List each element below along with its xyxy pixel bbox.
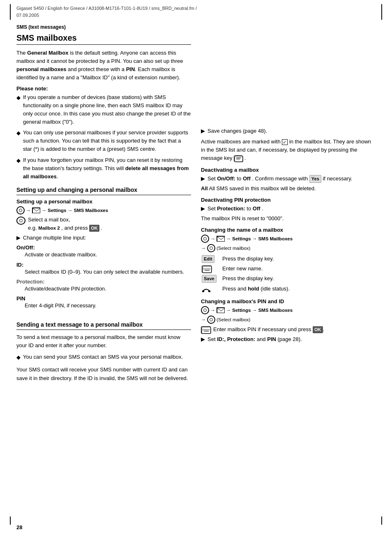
main-title: SMS mailboxes — [16, 33, 191, 43]
keyboard-icon — [202, 265, 212, 273]
setup-step2-row: ▶ Change multiple line input: — [16, 234, 191, 242]
step2-arrow: ▶ — [16, 234, 21, 242]
main-title-rule — [16, 44, 191, 45]
change-pin-settings: Settings — [232, 308, 251, 313]
message-key-icon — [234, 155, 243, 162]
nav-arrow-3: → — [67, 207, 72, 213]
cmd-val-keyboard: Enter new name. — [222, 264, 375, 273]
cmd-val-edit: Press the display key. — [222, 254, 375, 263]
header-left-bar — [10, 4, 11, 20]
svg-rect-14 — [208, 290, 210, 292]
ok-btn-pin: OK — [313, 326, 323, 333]
label-protection: Protection: — [16, 279, 191, 285]
header-text: Gigaset S450 / English for Greece / A310… — [16, 5, 197, 18]
intro-p1-post2: and protect these with a — [66, 66, 126, 72]
label-id: ID: — [16, 262, 191, 268]
intro-personal-mailboxes: personal mailboxes — [16, 66, 66, 72]
please-note-title: Please note: — [16, 85, 191, 92]
header-line1: Gigaset S450 / English for Greece / A310… — [16, 6, 197, 11]
save-changes-row: ▶ Save changes (page 48). — [201, 127, 376, 135]
label-id-block: ID: Select mailbox ID (0–9). You can onl… — [16, 262, 191, 276]
change-pin-step1-row: Enter mailbox PIN if necessary und press… — [201, 325, 376, 334]
yes-btn: Yes — [309, 175, 321, 183]
bullet-diamond-2: ◆ — [16, 129, 21, 137]
please-note-list: ◆ If you operate a number of devices (ba… — [16, 93, 191, 181]
change-pin-select-text: (Select mailbox) — [217, 317, 250, 322]
main-content: SMS (text messages) SMS mailboxes The Ge… — [0, 20, 392, 386]
footer-right-bar — [381, 516, 382, 525]
label-pin: PIN — [16, 295, 191, 302]
deact-pin-note: The mailbox PIN is reset to "0000". — [201, 214, 376, 223]
change-pin-nav-row2: → (Select mailbox) — [201, 316, 376, 324]
checkmark-icon — [282, 139, 288, 145]
change-pin-sms-mailboxes: SMS Mailboxes — [258, 308, 293, 313]
right-top-spacer — [201, 20, 376, 127]
please-note-bullet-2: ◆ You can only use personal mailboxes if… — [16, 129, 191, 153]
section-label: SMS (text messages) — [16, 24, 191, 30]
nav-arrow-2: → — [42, 207, 46, 213]
change-pin-select-icon — [207, 316, 215, 324]
save-changes-arrow: ▶ — [201, 127, 205, 135]
change-name-sms-mailboxes: SMS Mailboxes — [258, 236, 293, 241]
phone-end-icon — [202, 285, 211, 293]
active-mailboxes-text: Active mailboxes are marked with in the … — [201, 138, 376, 162]
label-pin-desc: Enter 4-digit PIN, if necessary. — [25, 302, 191, 310]
ok-btn-inline: OK — [89, 225, 99, 232]
envelope-svg — [32, 208, 40, 213]
change-pin-nav-row: → → Settings → SMS Mailboxes — [201, 306, 376, 314]
intro-paragraph: The General Mailbox is the default setti… — [16, 49, 191, 82]
label-onoff: On/Off: — [16, 244, 191, 251]
page-number: 28 — [16, 524, 22, 530]
right-column: ▶ Save changes (page 48). Active mailbox… — [201, 20, 376, 386]
sending-intro: To send a text message to a personal mai… — [16, 333, 191, 350]
sending-bullets: ◆ You can send your SMS contact an SMS v… — [16, 353, 191, 362]
cmd-row-save: Save Press the display key. — [202, 274, 375, 283]
change-name-title: Changing the name of a mailbox — [201, 227, 376, 233]
change-name-envelope-icon — [217, 236, 225, 242]
intro-p1-pre: The — [16, 50, 27, 56]
change-name-settings: Settings — [232, 236, 251, 241]
gear-nav-icon — [16, 206, 25, 214]
left-column: SMS (text messages) SMS mailboxes The Ge… — [16, 20, 191, 386]
setup-step1b: e.g. Mailbox 2 , and press OK . — [28, 225, 102, 231]
change-name-cmd-table: Edit Press the display key. — [201, 254, 376, 294]
cmd-val-save: Press the display key. — [222, 274, 375, 283]
change-name-select-text: (Select mailbox) — [217, 246, 250, 251]
please-note-bullet-3: ◆ If you have forgotten your mailbox PIN… — [16, 156, 191, 181]
change-pin-gear-icon — [201, 306, 209, 314]
setup-section-title: Setting up and changing a personal mailb… — [16, 187, 191, 193]
save-btn: Save — [202, 275, 217, 283]
deact-arrow: ▶ — [201, 175, 205, 183]
bullet-diamond-1: ◆ — [16, 94, 21, 102]
page-container: Gigaset S450 / English for Greece / A310… — [0, 0, 392, 537]
change-pin-title: Changing a mailbox's PIN and ID — [201, 298, 376, 304]
intro-general-mailbox: General Mailbox — [27, 50, 68, 56]
message-key-svg — [234, 156, 243, 162]
edit-btn: Edit — [202, 255, 214, 263]
sending-section-rule — [16, 330, 191, 330]
cmd-row-edit: Edit Press the display key. — [202, 254, 375, 263]
envelope-nav-icon — [32, 207, 40, 213]
label-id-desc: Select mailbox ID (0–9). You can only se… — [25, 268, 191, 276]
please-note-bullet-1: ◆ If you operate a number of devices (ba… — [16, 93, 191, 127]
setup-section-rule — [16, 195, 191, 195]
cmd-key-phone — [202, 284, 221, 293]
setup-step1-row: Select a mail box, e.g. Mailbox 2 , and … — [16, 216, 191, 232]
svg-rect-13 — [202, 290, 204, 292]
deact-pin-step-text: Set Protection: to Off . — [208, 205, 263, 213]
header-date: 07.09.2005 — [16, 13, 39, 18]
label-pin-block: PIN Enter 4-digit PIN, if necessary. — [16, 295, 191, 310]
label-protection-block: Protection: Activate/deactivate PIN prot… — [16, 279, 191, 293]
change-name-select-icon — [207, 244, 215, 252]
sending-section-title: Sending a text message to a personal mai… — [16, 321, 191, 328]
header: Gigaset S450 / English for Greece / A310… — [0, 0, 392, 20]
nav-arrow-1: → — [26, 207, 31, 213]
save-changes-text: Save changes (page 48). — [208, 127, 267, 135]
change-pin-keyboard-icon — [201, 326, 211, 334]
change-pin-step1-text: Enter mailbox PIN if necessary und press… — [213, 325, 324, 334]
change-name-nav-row2: → (Select mailbox) — [201, 244, 376, 252]
nav-sms-mailboxes: SMS Mailboxes — [74, 208, 108, 213]
change-name-nav-row: → → Settings → SMS Mailboxes — [201, 235, 376, 243]
cmd-row-phone: Press and hold (idle status). — [202, 284, 375, 293]
change-pin-envelope-icon — [217, 307, 225, 313]
